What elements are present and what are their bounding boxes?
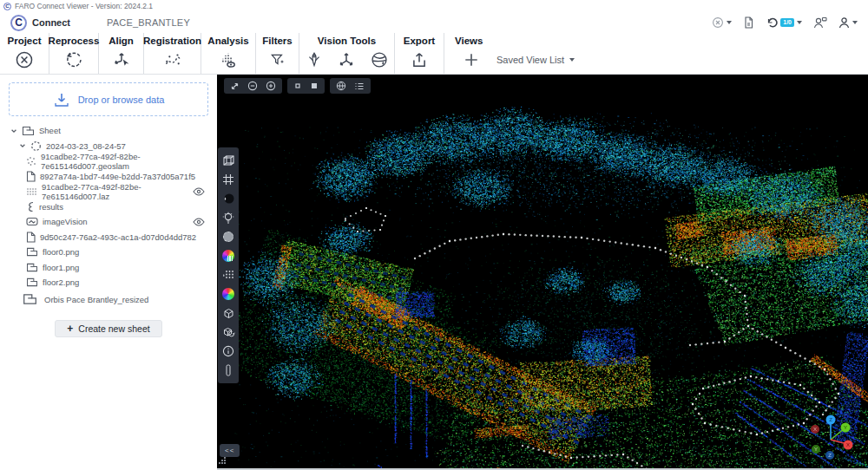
geoslam-icon — [26, 156, 36, 166]
vision-axes-icon[interactable] — [337, 50, 356, 69]
saved-view-list-dropdown[interactable]: Saved View List — [496, 55, 575, 65]
point-size-small-icon[interactable] — [293, 82, 302, 90]
ribbon-group-filters: Filters — [256, 33, 299, 74]
tree-item-floor0[interactable]: floor0.png — [0, 245, 217, 260]
chevron-down-icon — [852, 21, 858, 24]
axis-y: Y — [844, 425, 847, 430]
tree-item-orbis-sheet[interactable]: Orbis Pace Brantley_resized — [0, 290, 217, 309]
point-density-icon[interactable] — [218, 265, 239, 284]
viewport-3d: << X Y Z Z Y X — [217, 75, 868, 470]
close-project-icon[interactable] — [15, 50, 34, 69]
pointcloud-icon — [26, 186, 37, 197]
title-bar: C FARO Connect Viewer - Version: 2024.2.… — [0, 0, 868, 12]
resize-grip-icon[interactable] — [219, 453, 227, 468]
tree-item-floor1[interactable]: floor1.png — [0, 260, 217, 276]
dismiss-circle-button[interactable] — [712, 16, 732, 29]
clip-box-icon[interactable] — [218, 304, 239, 323]
align-icon[interactable] — [112, 50, 131, 69]
ribbon-group-vision-tools: Vision Tools — [299, 33, 395, 74]
brand-label: Connect — [32, 17, 70, 28]
tree-item-laz[interactable]: 91cadbe2-77ca-492f-82be-7e615146d007.laz — [0, 184, 217, 199]
globe-icon[interactable] — [336, 81, 346, 91]
tree-item-geoslam[interactable]: 91cadbe2-77ca-492f-82be-7e615146d007.geo… — [0, 153, 217, 169]
reprocess-icon[interactable] — [64, 50, 83, 69]
ruler-icon[interactable] — [218, 361, 239, 380]
undo-icon — [766, 16, 778, 29]
app-logo-icon: C — [3, 3, 11, 10]
chevron-down-icon[interactable] — [19, 142, 26, 149]
zoom-out-icon[interactable] — [247, 81, 258, 91]
user-menu-button[interactable] — [838, 16, 858, 29]
file-icon — [26, 171, 36, 182]
vision-orb-icon[interactable] — [370, 50, 389, 69]
visibility-eye-icon[interactable] — [193, 187, 205, 196]
zoom-in-icon[interactable] — [266, 81, 276, 91]
drop-browse-label: Drop or browse data — [78, 95, 165, 105]
visibility-eye-icon[interactable] — [193, 218, 205, 226]
tree-item-results[interactable]: results — [0, 199, 217, 215]
registration-icon[interactable] — [163, 50, 182, 69]
file-icon — [26, 232, 36, 243]
ambient-occlusion-icon[interactable] — [218, 189, 239, 208]
chevron-down-icon — [727, 21, 732, 24]
vision-pin-icon[interactable] — [306, 50, 323, 69]
download-icon — [53, 92, 70, 108]
user-icon — [838, 16, 850, 29]
layers-list-icon[interactable] — [354, 82, 365, 91]
sheet-icon — [23, 293, 37, 305]
info-icon[interactable] — [218, 342, 239, 361]
image-icon — [26, 217, 38, 226]
cube-view-icon[interactable] — [218, 151, 239, 170]
render-tools-panel — [218, 147, 239, 383]
lighting-icon[interactable] — [218, 208, 239, 227]
chevron-down-icon[interactable] — [10, 127, 17, 134]
point-cloud-canvas[interactable] — [217, 75, 868, 470]
header-actions: 1/0 — [712, 16, 858, 29]
point-size-large-icon[interactable] — [310, 82, 319, 90]
results-icon — [26, 201, 35, 212]
sheet-icon — [26, 277, 38, 287]
tree-item-sheet[interactable]: Sheet — [0, 123, 217, 139]
tree-item-file2[interactable]: 9d50c247-76a2-493c-ac1a-d07d0d4dd782 — [0, 230, 217, 245]
fit-view-icon[interactable] — [230, 82, 240, 91]
axis-gizmo[interactable]: X Y Z Z Y X — [806, 410, 857, 464]
project-tab[interactable]: PACE_BRANTLEY — [107, 17, 190, 28]
sheet-icon — [26, 247, 38, 257]
ribbon-group-views: Views Saved View List — [444, 33, 868, 74]
window-title: FARO Connect Viewer - Version: 2024.2.1 — [15, 2, 153, 10]
connect-logo-icon: C — [10, 15, 27, 31]
analysis-icon[interactable] — [219, 50, 238, 69]
ribbon-group-align: Align — [99, 33, 144, 74]
sheet-icon — [22, 126, 35, 136]
add-view-icon[interactable] — [462, 50, 481, 69]
drop-browse-data-zone[interactable]: Drop or browse data — [9, 82, 208, 116]
color-wheel-icon[interactable] — [218, 284, 239, 304]
ribbon-group-project: Project — [0, 33, 49, 74]
scan-icon — [30, 140, 42, 152]
brightness-icon[interactable] — [218, 227, 239, 246]
ribbon-group-registration: Registration — [144, 33, 201, 74]
ribbon-group-analysis: Analysis — [201, 33, 256, 74]
document-icon[interactable] — [743, 16, 754, 29]
axis-neg-z: Z — [828, 453, 832, 458]
plus-icon: + — [67, 323, 73, 334]
tree-item-floor2[interactable]: floor2.png — [0, 275, 217, 290]
axis-neg-x: X — [813, 427, 817, 432]
undo-control[interactable]: 1/0 — [766, 16, 802, 29]
tree-item-imagevision[interactable]: imageVision — [0, 214, 217, 230]
chat-user-icon[interactable] — [813, 16, 827, 29]
dismiss-circle-icon — [712, 16, 724, 29]
create-new-sheet-button[interactable]: + Create new sheet — [55, 320, 161, 337]
export-icon[interactable] — [410, 50, 429, 69]
color-histogram-icon[interactable] — [218, 246, 239, 265]
axis-z: Z — [829, 417, 832, 422]
project-sidebar: Drop or browse data Sheet 2024-03-23_08-… — [0, 75, 217, 470]
sheet-icon — [26, 263, 38, 272]
chevron-down-icon — [569, 58, 575, 62]
chevron-down-icon — [797, 21, 802, 24]
filters-icon[interactable] — [269, 51, 286, 69]
grid-icon[interactable] — [218, 170, 239, 189]
axis-neg-y: Y — [814, 447, 818, 452]
clip-box-edit-icon[interactable] — [218, 323, 239, 342]
project-tree: Sheet 2024-03-23_08-24-57 91cadbe2-77ca-… — [0, 123, 217, 309]
